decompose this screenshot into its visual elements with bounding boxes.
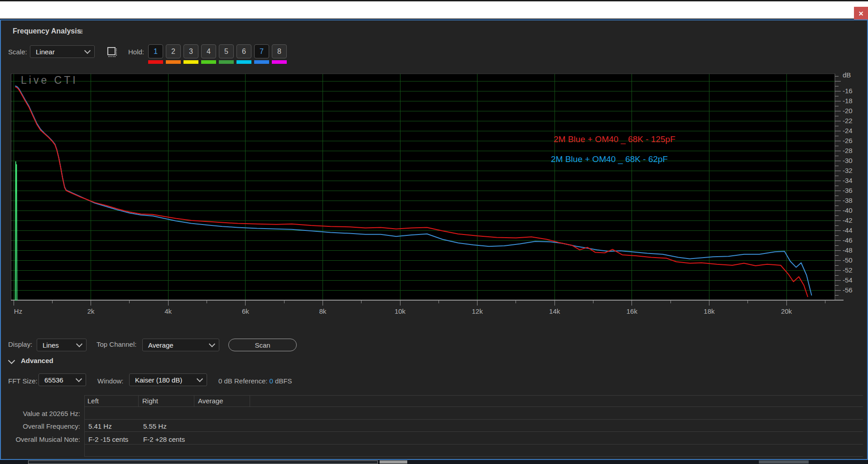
y-tick-label: -32 — [843, 167, 853, 174]
hold-button-6[interactable]: 6 — [236, 44, 251, 58]
table-cell-right: 5.55 Hz — [143, 422, 167, 430]
x-tick-label: 2k — [87, 307, 95, 315]
hold-slot-3: 3 — [183, 44, 198, 64]
y-tick-label: -56 — [843, 286, 853, 294]
top-channel-label: Top Channel: — [96, 340, 136, 348]
hold-color-strip-8 — [272, 60, 287, 64]
reference-label: 0 dB Reference: 0 dBFS — [218, 377, 292, 385]
reference-unit: dBFS — [275, 377, 292, 385]
table-cell-right: F-2 +28 cents — [143, 435, 185, 443]
scrollbar-segment[interactable] — [759, 460, 809, 464]
hold-button-3[interactable]: 3 — [183, 44, 198, 58]
table-header-average: Average — [198, 397, 223, 405]
hold-button-5[interactable]: 5 — [219, 44, 234, 58]
hold-color-strip-3 — [183, 60, 198, 64]
scale-dropdown[interactable]: Linear — [30, 45, 95, 58]
table-divider — [250, 395, 250, 407]
x-tick-label: 12k — [472, 307, 483, 315]
hold-button-7[interactable]: 7 — [254, 44, 269, 58]
x-tick-label: 10k — [395, 307, 406, 315]
hold-button-4[interactable]: 4 — [201, 44, 216, 58]
table-divider — [84, 431, 863, 432]
window-label: Window: — [97, 377, 124, 385]
hold-slot-6: 6 — [236, 44, 251, 64]
y-tick-label: -18 — [843, 97, 853, 105]
hold-button-1[interactable]: 1 — [148, 44, 163, 58]
advanced-section-toggle[interactable]: Advanced — [21, 357, 53, 364]
y-tick-label: -50 — [843, 256, 853, 264]
chevron-down-icon — [209, 341, 215, 347]
close-button[interactable]: ✕ — [854, 7, 868, 20]
y-tick-label: -26 — [843, 137, 853, 144]
table-cell-left: F-2 -15 cents — [88, 435, 128, 443]
hold-button-2[interactable]: 2 — [166, 44, 181, 58]
y-tick-label: -42 — [843, 216, 853, 224]
hold-color-strip-4 — [201, 60, 216, 64]
table-row-label: Overall Frequency: — [0, 422, 80, 430]
x-tick-label: 20k — [781, 307, 792, 315]
hold-slot-1: 1 — [148, 44, 163, 64]
horizontal-scrollbar[interactable] — [28, 460, 378, 464]
advanced-chevron-icon[interactable] — [8, 357, 15, 364]
table-row-label: Value at 20265 Hz: — [0, 410, 80, 417]
table-divider — [84, 444, 863, 445]
hold-slot-8: 8 — [272, 44, 287, 64]
hold-button-8[interactable]: 8 — [272, 44, 287, 58]
hold-slot-5: 5 — [219, 44, 234, 64]
table-divider — [84, 419, 863, 420]
hold-color-strip-5 — [219, 60, 234, 64]
panel-menu-icon[interactable]: ≡ — [78, 27, 83, 36]
x-tick-label: 18k — [704, 307, 715, 315]
y-tick-label: -36 — [843, 187, 853, 194]
hold-color-strip-2 — [166, 60, 181, 64]
chevron-down-icon — [76, 341, 82, 347]
y-tick-label: -48 — [843, 246, 853, 254]
reference-value[interactable]: 0 — [270, 377, 273, 385]
fft-size-dropdown[interactable]: 65536 — [39, 373, 86, 386]
snapshot-icon[interactable] — [107, 46, 118, 57]
frequency-plot[interactable]: -16-18-20-22-24-26-28-30-32-34-36-38-40-… — [11, 65, 868, 318]
table-divider — [84, 456, 863, 457]
top-channel-value: Average — [148, 341, 174, 349]
scrollbar-segment[interactable] — [380, 460, 407, 464]
y-tick-label: -16 — [843, 87, 853, 95]
table-divider — [84, 407, 863, 407]
display-label: Display: — [8, 340, 32, 348]
fft-size-value: 65536 — [44, 376, 63, 384]
x-tick-label: 6k — [242, 307, 249, 315]
plot-background — [11, 74, 835, 300]
window-dropdown[interactable]: Kaiser (180 dB) — [129, 373, 207, 386]
y-tick-label: -28 — [843, 147, 853, 154]
y-tick-label: -20 — [843, 107, 853, 115]
x-tick-label: 16k — [627, 307, 638, 315]
hold-slot-7: 7 — [254, 44, 269, 64]
table-header-right: Right — [142, 397, 158, 405]
y-tick-label: -52 — [843, 266, 853, 274]
annotation-blue: 2M Blue + OM40 _ 68K - 62pF — [551, 154, 668, 164]
y-tick-label: -44 — [843, 226, 853, 234]
x-tick-label: Hz — [14, 307, 22, 315]
x-tick-label: 8k — [319, 307, 326, 315]
hold-slot-4: 4 — [201, 44, 216, 64]
table-cell-left: 5.41 Hz — [88, 422, 112, 430]
x-tick-label: 4k — [164, 307, 172, 315]
chevron-down-icon — [76, 376, 82, 382]
table-divider — [84, 395, 85, 456]
fft-size-label: FFT Size: — [8, 377, 38, 385]
bottom-scrollbar-strip — [0, 460, 868, 464]
top-channel-dropdown[interactable]: Average — [142, 339, 219, 351]
chevron-down-icon — [84, 48, 91, 54]
y-tick-label: -24 — [843, 127, 853, 134]
y-tick-label: -22 — [843, 117, 853, 124]
snapshot-box-icon — [107, 47, 116, 55]
table-row-label: Overall Musical Note: — [0, 435, 80, 443]
snapshot-dots-icon — [108, 56, 116, 57]
hold-slot-2: 2 — [166, 44, 181, 64]
live-cti-label: Live CTI — [21, 74, 78, 86]
scan-button[interactable]: Scan — [228, 339, 297, 351]
table-divider — [84, 395, 863, 396]
display-dropdown[interactable]: Lines — [37, 339, 87, 351]
y-tick-label: -38 — [843, 196, 853, 204]
x-tick-label: 14k — [549, 307, 560, 315]
scale-label: Scale: — [8, 48, 27, 56]
